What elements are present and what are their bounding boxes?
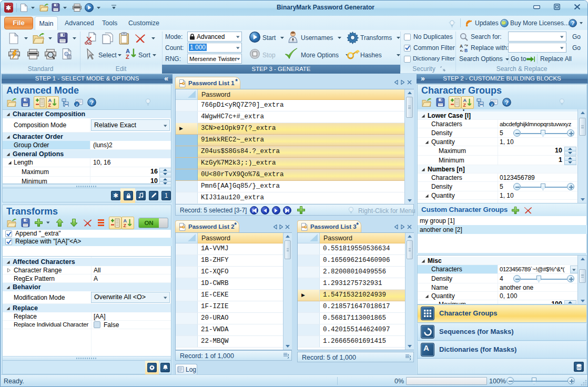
- svg-text:?: ?: [571, 20, 575, 26]
- svg-text:B: B: [464, 48, 468, 53]
- svg-text:Z: Z: [463, 103, 466, 107]
- svg-text:A: A: [460, 44, 463, 49]
- svg-text:Z: Z: [126, 54, 129, 60]
- svg-text:Z: Z: [123, 223, 126, 228]
- svg-text:Z: Z: [48, 103, 51, 107]
- svg-text:✱: ✱: [6, 4, 11, 12]
- svg-text:?: ?: [90, 99, 94, 106]
- svg-text:?: ?: [505, 99, 509, 106]
